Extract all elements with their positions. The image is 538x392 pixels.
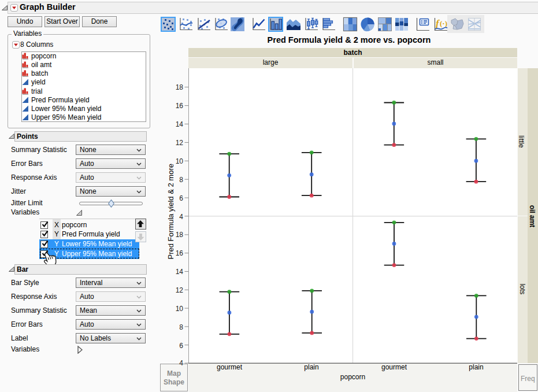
svg-text:16: 16 (176, 102, 184, 110)
svg-text:6: 6 (179, 341, 183, 349)
svg-text:6: 6 (179, 194, 183, 202)
svg-text:14: 14 (176, 268, 184, 276)
svg-text:18: 18 (176, 83, 184, 91)
svg-text:12: 12 (176, 139, 184, 147)
svg-text:4: 4 (179, 212, 183, 220)
svg-text:8: 8 (179, 175, 183, 183)
svg-text:8: 8 (179, 323, 183, 331)
svg-text:4: 4 (179, 359, 183, 367)
svg-text:16: 16 (176, 249, 184, 257)
svg-text:10: 10 (176, 305, 184, 313)
svg-text:14: 14 (176, 120, 184, 128)
svg-text:10: 10 (176, 157, 184, 165)
svg-text:(·): (·) (440, 19, 447, 28)
svg-text:18: 18 (176, 231, 184, 239)
svg-text:12: 12 (176, 286, 184, 294)
